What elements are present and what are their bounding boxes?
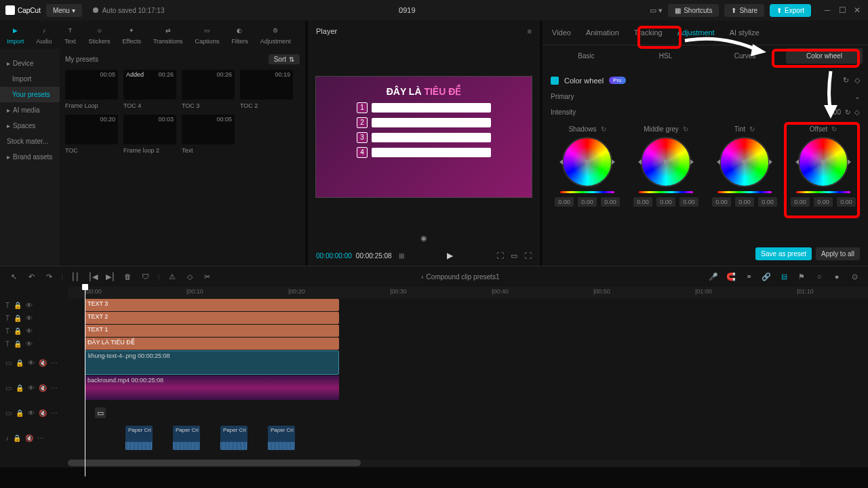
tab-adjustment[interactable]: ⚙Adjustment	[260, 24, 291, 45]
audio-clip[interactable]: Paper Cri	[268, 426, 295, 450]
shortcuts-button[interactable]: ▦Shortcuts	[668, 4, 719, 17]
intensity-keyframe-icon[interactable]: ◇	[854, 108, 860, 116]
lock-icon[interactable]: 🔒	[16, 409, 24, 417]
menu-button[interactable]: Menu ▾	[46, 4, 82, 17]
wheel-value[interactable]: 0.00	[837, 197, 856, 207]
wheel-value[interactable]: 0.00	[578, 197, 597, 207]
preset-item[interactable]: 00:26AddedTOC 4	[123, 70, 176, 109]
pointer-tool[interactable]: ↖	[8, 271, 19, 282]
settings-icon[interactable]: ⊙	[849, 271, 860, 282]
share-button[interactable]: ⬆Share	[724, 4, 764, 17]
mute-icon[interactable]: 🔇	[39, 359, 47, 367]
eye-icon[interactable]: 👁	[28, 359, 35, 367]
focus-icon[interactable]: ⛶	[496, 251, 504, 260]
fullscreen-icon[interactable]: ⛶	[524, 251, 532, 260]
snap-icon[interactable]: ⊟	[778, 271, 789, 282]
wheel-value[interactable]: 0.00	[735, 197, 754, 207]
audio-clip[interactable]: Paper Cri	[173, 426, 200, 450]
magnet-icon[interactable]: 🧲	[726, 271, 736, 282]
tab-transitions[interactable]: ⇄Transitions	[153, 24, 183, 45]
reset-icon[interactable]: ↻	[831, 125, 837, 133]
wheel-value[interactable]: 0.00	[791, 197, 810, 207]
wheel-slider[interactable]	[796, 191, 850, 193]
insp-tab-adjustment[interactable]: Adjustment	[676, 26, 716, 39]
sidebar-item-ai-media[interactable]: ▸ AI media	[0, 102, 60, 118]
ratio-icon[interactable]: ▭	[511, 251, 517, 260]
wheel-slider[interactable]	[639, 191, 693, 193]
timeline-scrollbar[interactable]	[68, 460, 800, 466]
split-left-tool[interactable]: ⎮◀	[87, 271, 98, 282]
wheel-value[interactable]: 0.00	[633, 197, 652, 207]
eye-icon[interactable]: 👁	[28, 409, 35, 417]
text-clip[interactable]: TEXT 1	[85, 325, 339, 337]
wheel-value[interactable]: 0.00	[656, 197, 675, 207]
player-viewport[interactable]: ĐÂY LÀ TIÊU ĐỀ 1 2 3 4	[308, 42, 540, 231]
tab-audio[interactable]: ♪Audio	[37, 24, 52, 45]
intensity-reset-icon[interactable]: ↻	[845, 108, 850, 116]
wheel-value[interactable]: 0.00	[679, 197, 698, 207]
reset-icon[interactable]: ↻	[683, 125, 688, 133]
sidebar-item-stock[interactable]: Stock mater...	[0, 134, 60, 149]
insp-tab-animation[interactable]: Animation	[585, 26, 620, 39]
zoom-in-icon[interactable]: ●	[831, 271, 842, 282]
link-icon[interactable]: ⚭	[743, 271, 754, 282]
delete-tool[interactable]: 🗑	[123, 271, 134, 282]
wheel-control[interactable]	[562, 137, 612, 187]
insp-tab-aistylize[interactable]: AI stylize	[728, 26, 761, 39]
insp-tab-tracking[interactable]: Tracking	[633, 26, 664, 39]
tab-effects[interactable]: ✦Effects	[123, 24, 141, 45]
sidebar-item-brand[interactable]: ▸ Brand assets	[0, 149, 60, 165]
lock-icon[interactable]: 🔒	[14, 327, 22, 335]
subtab-basic[interactable]: Basic	[548, 48, 625, 64]
preset-item[interactable]: 00:05Text	[182, 115, 235, 154]
tab-stickers[interactable]: ☺Stickers	[89, 24, 111, 45]
text-clip[interactable]: TEXT 3	[85, 299, 339, 311]
split-tool[interactable]: ⎮⎮	[70, 271, 81, 282]
lock-icon[interactable]: 🔒	[16, 384, 24, 392]
eye-icon[interactable]: 👁	[26, 302, 33, 309]
playhead[interactable]	[85, 287, 85, 476]
intensity-value[interactable]: 100	[829, 108, 841, 116]
back-icon[interactable]: ‹	[421, 273, 423, 281]
mute-icon[interactable]: 🔇	[39, 409, 47, 417]
lock-icon[interactable]: 🔒	[16, 359, 24, 367]
wheel-control[interactable]	[719, 137, 770, 187]
mute-icon[interactable]: 🔇	[25, 434, 33, 442]
lock-icon[interactable]: 🔒	[14, 314, 22, 322]
more-icon[interactable]: ⋯	[37, 434, 44, 442]
keyframe-icon[interactable]: ◇	[854, 76, 860, 85]
apply-all-button[interactable]: Apply to all	[816, 247, 860, 260]
insp-tab-video[interactable]: Video	[551, 26, 572, 39]
audio-clip[interactable]: Paper Cri	[125, 426, 153, 450]
video-clip[interactable]: backround.mp4 00:00:25:08	[85, 375, 339, 400]
maximize-button[interactable]: ☐	[837, 5, 848, 16]
minimize-button[interactable]: ─	[822, 5, 833, 16]
wheel-control[interactable]	[641, 137, 691, 187]
play-button[interactable]: ▶	[447, 251, 453, 260]
subtab-hsl[interactable]: HSL	[627, 48, 704, 64]
preset-item[interactable]: 00:20TOC	[65, 115, 118, 154]
lock-icon[interactable]: 🔒	[13, 434, 21, 442]
marker-icon[interactable]: ⚑	[796, 271, 807, 282]
image-clip[interactable]: khung-text-4-.png 00:00:25:08	[85, 350, 339, 375]
sidebar-item-device[interactable]: ▸ Device	[0, 56, 60, 71]
eye-icon[interactable]: 👁	[26, 327, 33, 335]
preset-item[interactable]: 00:03Frame loop 2	[123, 115, 176, 154]
tab-filters[interactable]: ◐Filters	[231, 24, 248, 45]
crop-tool[interactable]: ✂	[202, 271, 213, 282]
zoom-out-icon[interactable]: ○	[814, 271, 825, 282]
eye-icon[interactable]: 👁	[26, 340, 33, 348]
more-icon[interactable]: ⋯	[51, 409, 58, 417]
text-clip[interactable]: TEXT 2	[85, 312, 339, 324]
sidebar-item-spaces[interactable]: ▸ Spaces	[0, 118, 60, 134]
chain-icon[interactable]: 🔗	[761, 271, 772, 282]
reset-icon[interactable]: ↻	[843, 76, 849, 85]
sort-button[interactable]: Sort ⇅	[269, 54, 300, 64]
reset-icon[interactable]: ↻	[601, 125, 606, 133]
eye-icon[interactable]: 👁	[26, 314, 33, 322]
wheel-value[interactable]: 0.00	[601, 197, 620, 207]
player-menu-icon[interactable]: ≡	[528, 27, 532, 35]
subtab-colorwheel[interactable]: Color wheel	[786, 48, 863, 64]
ratio-icon[interactable]: ▭ ▾	[650, 6, 663, 15]
mic-icon[interactable]: 🎤	[708, 271, 719, 282]
